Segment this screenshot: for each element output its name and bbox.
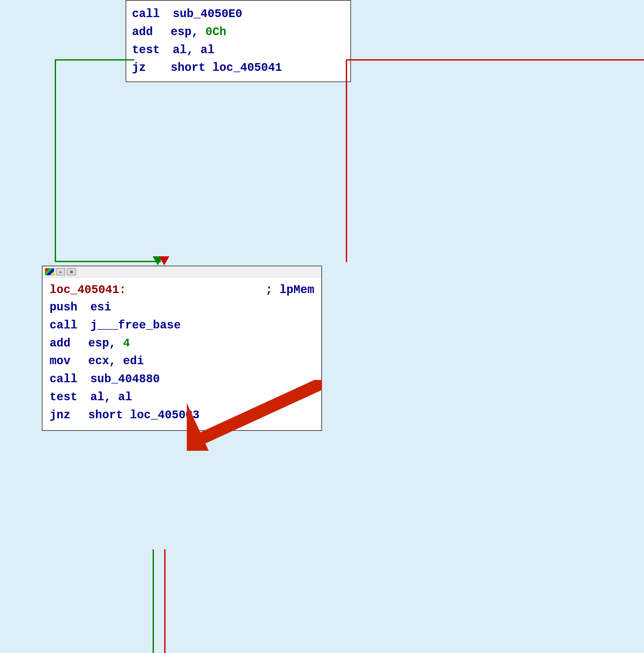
mnemonic-call-2: call <box>50 316 77 335</box>
grid-view-icon[interactable]: ⊞ <box>67 268 76 275</box>
annotation-arrow <box>187 380 322 451</box>
mnemonic-call-1: call <box>132 5 160 23</box>
red-line-horizontal-top <box>347 59 644 61</box>
code-block-toolbar: ✏ ⊞ <box>43 266 321 277</box>
main-code-line-4: mov ecx, edi <box>50 352 314 370</box>
mnemonic-call-3: call <box>50 370 77 388</box>
operand-add-2: esp, 4 <box>88 335 130 353</box>
red-line-vertical-right <box>346 59 347 262</box>
green-line-horizontal-bottom <box>55 261 161 262</box>
main-code-line-1: push esi <box>50 298 314 316</box>
mnemonic-add-1: add <box>132 23 158 41</box>
operand-test-1: al, al <box>173 41 214 59</box>
mnemonic-test-1: test <box>132 41 160 59</box>
mnemonic-add-2: add <box>50 335 75 353</box>
pencil-edit-icon[interactable]: ✏ <box>56 268 65 275</box>
code-line-3: test al, al <box>132 41 344 59</box>
operand-mov: ecx, edi <box>88 352 144 370</box>
label-line: loc_405041: ; lpMem <box>50 283 314 296</box>
main-code-line-3: add esp, 4 <box>50 335 314 353</box>
mnemonic-jz-1: jz <box>132 59 158 77</box>
code-line-4: jz short loc_405041 <box>132 59 344 77</box>
operand-jz-1: short loc_405041 <box>171 59 282 77</box>
code-label: loc_405041: <box>50 283 126 296</box>
operand-free-base: j___free_base <box>90 316 181 335</box>
code-line-2: add esp, 0Ch <box>132 23 344 41</box>
color-palette-icon[interactable] <box>45 268 54 275</box>
operand-push: esi <box>90 298 111 316</box>
svg-line-1 <box>203 383 322 438</box>
operand-jnz: short loc_4050C3 <box>88 406 200 425</box>
green-line-vertical-left <box>55 59 56 262</box>
mnemonic-test-2: test <box>50 388 77 406</box>
mnemonic-mov: mov <box>50 352 75 370</box>
mnemonic-push: push <box>50 298 77 316</box>
operand-call-1: sub_4050E0 <box>173 5 242 23</box>
operand-sub404880: sub_404880 <box>90 370 160 388</box>
green-line-horizontal-top <box>55 59 134 61</box>
green-line-below-block <box>152 549 154 653</box>
operand-test-2: al, al <box>90 388 132 406</box>
red-line-below-block <box>164 549 166 653</box>
mnemonic-jnz: jnz <box>50 406 75 425</box>
operand-add-1: esp, 0Ch <box>171 23 226 41</box>
red-arrow-down <box>159 256 169 265</box>
code-line-1: call sub_4050E0 <box>132 5 344 23</box>
top-code-block: call sub_4050E0 add esp, 0Ch test al, al… <box>125 0 351 82</box>
code-comment: ; lpMem <box>266 283 314 296</box>
main-code-line-2: call j___free_base <box>50 316 314 335</box>
